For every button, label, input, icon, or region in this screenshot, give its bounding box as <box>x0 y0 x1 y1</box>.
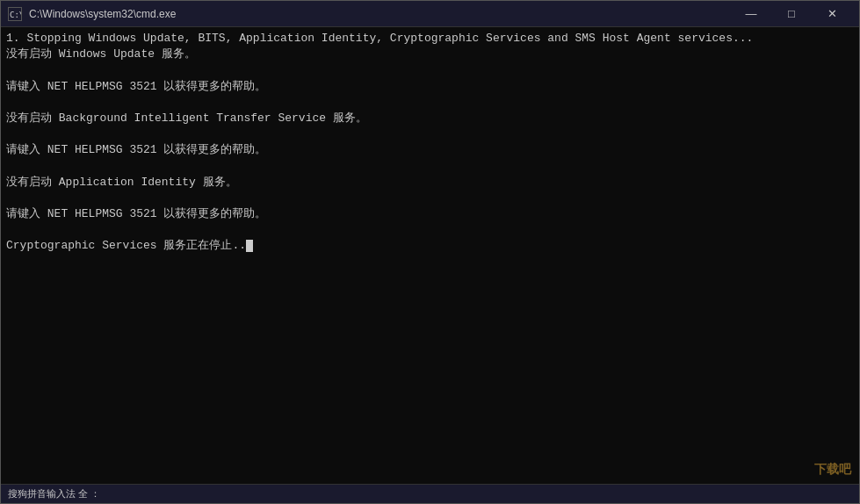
window-title: C:\Windows\system32\cmd.exe <box>29 8 176 20</box>
console-line <box>6 126 854 142</box>
cmd-window: C:\ C:\Windows\system32\cmd.exe — □ ✕ 1.… <box>0 0 860 504</box>
console-line: 1. Stopping Windows Update, BITS, Applic… <box>6 31 854 47</box>
console-line: 没有启动 Background Intelligent Transfer Ser… <box>6 111 854 126</box>
console-line: Cryptographic Services 服务正在停止.. <box>6 238 854 254</box>
console-line <box>6 222 854 238</box>
cursor <box>246 240 253 252</box>
status-bar: 搜狗拼音输入法 全 ： <box>1 484 859 503</box>
cmd-icon: C:\ <box>8 7 22 21</box>
console-line <box>6 191 854 206</box>
console-line: 请键入 NET HELPMSG 3521 以获得更多的帮助。 <box>6 79 854 95</box>
svg-text:C:\: C:\ <box>10 11 21 19</box>
console-line: 请键入 NET HELPMSG 3521 以获得更多的帮助。 <box>6 206 854 222</box>
console-line: 请键入 NET HELPMSG 3521 以获得更多的帮助。 <box>6 142 854 158</box>
console-line <box>6 62 854 78</box>
title-bar: C:\ C:\Windows\system32\cmd.exe — □ ✕ <box>1 1 859 27</box>
window-controls: — □ ✕ <box>731 1 852 27</box>
ime-status: 搜狗拼音输入法 全 ： <box>8 487 100 500</box>
console-line: 没有启动 Application Identity 服务。 <box>6 175 854 191</box>
console-line <box>6 159 854 175</box>
console-output[interactable]: 1. Stopping Windows Update, BITS, Applic… <box>1 27 859 484</box>
close-button[interactable]: ✕ <box>812 1 852 27</box>
minimize-button[interactable]: — <box>731 1 771 27</box>
maximize-button[interactable]: □ <box>771 1 812 27</box>
title-bar-left: C:\ C:\Windows\system32\cmd.exe <box>8 7 176 21</box>
console-line <box>6 95 854 111</box>
console-line: 没有启动 Windows Update 服务。 <box>6 47 854 62</box>
